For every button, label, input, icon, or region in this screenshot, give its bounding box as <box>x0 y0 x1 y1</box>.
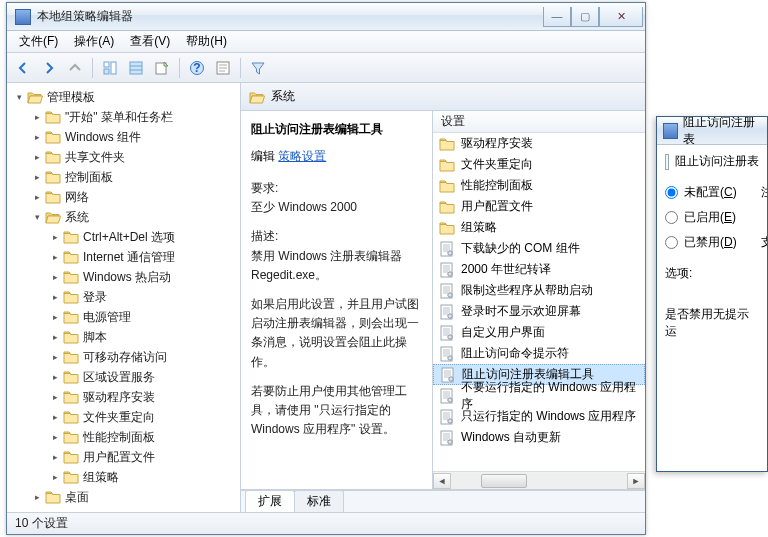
list-item[interactable]: 性能控制面板 <box>433 175 645 196</box>
menu-file[interactable]: 文件(F) <box>11 31 66 52</box>
tree-node[interactable]: ▸桌面 <box>31 487 240 507</box>
tree-node[interactable]: ▸用户配置文件 <box>49 447 240 467</box>
maximize-button[interactable]: ▢ <box>571 7 599 27</box>
list-item-label: 只运行指定的 Windows 应用程序 <box>461 408 636 425</box>
titlebar[interactable]: 本地组策略编辑器 — ▢ ✕ <box>7 3 645 31</box>
folder-icon <box>439 178 455 194</box>
tree-node[interactable]: ▸Windows 组件 <box>31 127 240 147</box>
expand-icon[interactable]: ▸ <box>49 451 61 463</box>
minimize-button[interactable]: — <box>543 7 571 27</box>
expand-icon[interactable]: ▸ <box>49 411 61 423</box>
tree-pane[interactable]: ▾管理模板▸"开始" 菜单和任务栏▸Windows 组件▸共享文件夹▸控制面板▸… <box>7 83 241 512</box>
expand-icon[interactable]: ▸ <box>49 371 61 383</box>
expand-icon[interactable]: ▸ <box>49 471 61 483</box>
scroll-left-button[interactable]: ◄ <box>433 473 451 489</box>
list-item[interactable]: 自定义用户界面 <box>433 322 645 343</box>
close-button[interactable]: ✕ <box>599 7 643 27</box>
tree-node[interactable]: ▸登录 <box>49 287 240 307</box>
collapse-icon[interactable]: ▾ <box>31 211 43 223</box>
list-item[interactable]: Windows 自动更新 <box>433 427 645 448</box>
tree-node[interactable]: ▸文件夹重定向 <box>49 407 240 427</box>
support-label: 支 <box>761 234 768 251</box>
show-tree-button[interactable] <box>98 56 122 80</box>
menu-view[interactable]: 查看(V) <box>122 31 178 52</box>
tree-node[interactable]: ▸Internet 通信管理 <box>49 247 240 267</box>
tree-node[interactable]: ▸共享文件夹 <box>31 147 240 167</box>
tree-node-admin-templates[interactable]: ▾管理模板 <box>13 87 240 107</box>
list-item[interactable]: 驱动程序安装 <box>433 133 645 154</box>
up-button[interactable] <box>63 56 87 80</box>
export-button[interactable] <box>150 56 174 80</box>
expand-icon[interactable]: ▸ <box>31 491 43 503</box>
scroll-right-button[interactable]: ► <box>627 473 645 489</box>
list-item[interactable]: 登录时不显示欢迎屏幕 <box>433 301 645 322</box>
list-item[interactable]: 限制这些程序从帮助启动 <box>433 280 645 301</box>
list-item[interactable]: 下载缺少的 COM 组件 <box>433 238 645 259</box>
expand-icon[interactable]: ▸ <box>49 391 61 403</box>
description-p2: 如果启用此设置，并且用户试图启动注册表编辑器，则会出现一条消息，说明设置会阻止此… <box>251 295 422 372</box>
radio-enabled[interactable] <box>665 211 678 224</box>
list-item[interactable]: 不要运行指定的 Windows 应用程序 <box>433 385 645 406</box>
tree-node[interactable]: ▸可移动存储访问 <box>49 347 240 367</box>
tree-node[interactable]: ▸网络 <box>31 187 240 207</box>
expand-icon[interactable]: ▸ <box>49 331 61 343</box>
menu-action[interactable]: 操作(A) <box>66 31 122 52</box>
expand-icon[interactable]: ▸ <box>31 151 43 163</box>
tab-extended[interactable]: 扩展 <box>245 490 295 512</box>
content-header: 系统 <box>241 83 645 111</box>
scroll-track[interactable] <box>451 473 627 489</box>
list-item[interactable]: 阻止访问命令提示符 <box>433 343 645 364</box>
list-item[interactable]: 用户配置文件 <box>433 196 645 217</box>
expand-icon[interactable]: ▸ <box>31 191 43 203</box>
policy-icon <box>439 388 455 404</box>
expand-icon[interactable]: ▸ <box>31 131 43 143</box>
expand-icon[interactable]: ▸ <box>49 351 61 363</box>
tree-node[interactable]: ▸"开始" 菜单和任务栏 <box>31 107 240 127</box>
tree-node[interactable]: ▾系统 <box>31 207 240 227</box>
tree-node[interactable]: ▸组策略 <box>49 467 240 487</box>
expand-icon[interactable]: ▸ <box>49 431 61 443</box>
toolbar <box>7 53 645 83</box>
policy-icon <box>439 325 455 341</box>
list-item-label: 阻止访问命令提示符 <box>461 345 569 362</box>
tree-node[interactable]: ▸性能控制面板 <box>49 427 240 447</box>
show-list-button[interactable] <box>124 56 148 80</box>
expand-icon[interactable]: ▸ <box>31 171 43 183</box>
expand-icon[interactable]: ▸ <box>49 271 61 283</box>
tree-node[interactable]: ▸脚本 <box>49 327 240 347</box>
tree-node[interactable]: ▸Windows 热启动 <box>49 267 240 287</box>
list-item[interactable]: 文件夹重定向 <box>433 154 645 175</box>
edit-label: 编辑 <box>251 149 275 163</box>
list-item[interactable]: 2000 年世纪转译 <box>433 259 645 280</box>
scroll-thumb[interactable] <box>481 474 527 488</box>
expand-icon[interactable]: ▸ <box>31 111 43 123</box>
tree-node[interactable]: ▸控制面板 <box>31 167 240 187</box>
list-item[interactable]: 组策略 <box>433 217 645 238</box>
policy-icon <box>439 262 455 278</box>
collapse-icon[interactable]: ▾ <box>13 91 25 103</box>
tree-node[interactable]: ▸电源管理 <box>49 307 240 327</box>
properties-button[interactable] <box>211 56 235 80</box>
tree-node[interactable]: ▸区域设置服务 <box>49 367 240 387</box>
radio-not-configured-label: 未配置(C) <box>684 184 737 201</box>
tree-node[interactable]: ▸驱动程序安装 <box>49 387 240 407</box>
horizontal-scrollbar[interactable]: ◄ ► <box>433 471 645 489</box>
radio-not-configured[interactable] <box>665 186 678 199</box>
expand-icon[interactable]: ▸ <box>49 311 61 323</box>
list-item[interactable]: 只运行指定的 Windows 应用程序 <box>433 406 645 427</box>
help-button[interactable] <box>185 56 209 80</box>
edit-policy-link[interactable]: 策略设置 <box>278 149 326 163</box>
menu-help[interactable]: 帮助(H) <box>178 31 235 52</box>
radio-disabled[interactable] <box>665 236 678 249</box>
filter-button[interactable] <box>246 56 270 80</box>
forward-button[interactable] <box>37 56 61 80</box>
back-button[interactable] <box>11 56 35 80</box>
expand-icon[interactable]: ▸ <box>49 251 61 263</box>
view-tabs: 扩展 标准 <box>241 490 645 512</box>
tree-node[interactable]: ▸Ctrl+Alt+Del 选项 <box>49 227 240 247</box>
tab-standard[interactable]: 标准 <box>294 490 344 512</box>
expand-icon[interactable]: ▸ <box>49 291 61 303</box>
expand-icon[interactable]: ▸ <box>49 231 61 243</box>
dialog-titlebar[interactable]: 阻止访问注册表 <box>657 117 767 145</box>
column-header-setting[interactable]: 设置 <box>433 111 645 133</box>
